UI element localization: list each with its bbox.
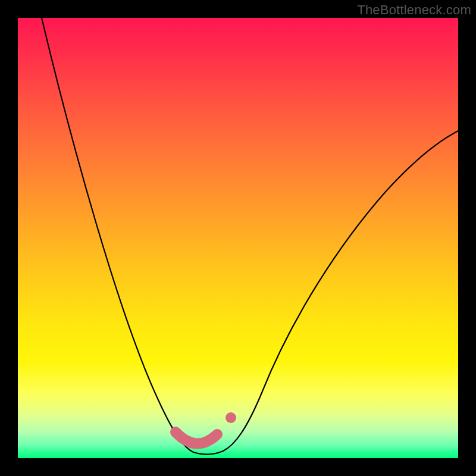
optimal-range-highlight [176, 432, 217, 444]
chart-frame: TheBottleneck.com [0, 0, 476, 476]
watermark-text: TheBottleneck.com [357, 2, 471, 18]
chart-overlay-svg [18, 18, 458, 458]
bottleneck-curve [42, 18, 458, 455]
optimal-range-dot [226, 412, 236, 423]
